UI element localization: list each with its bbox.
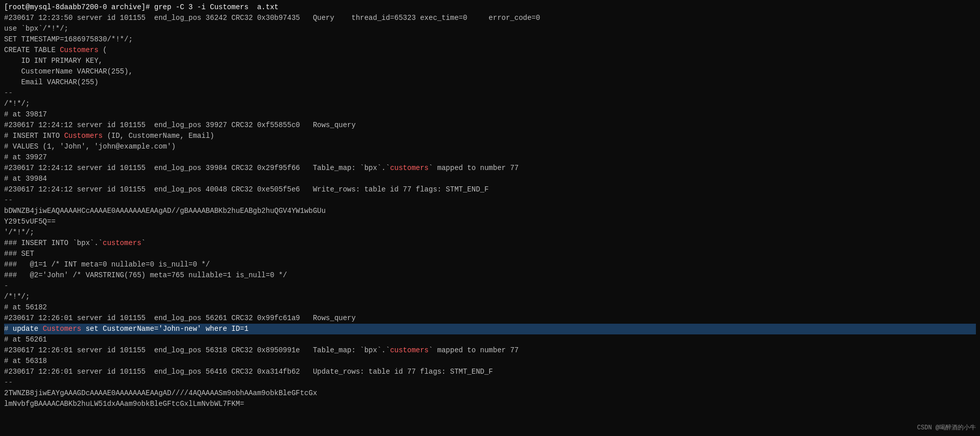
line-40: lmNvbfgBAAAACABKb2huLW51dxAAam9obkBleGFt… xyxy=(4,399,976,409)
line-16: # at 39984 xyxy=(4,174,976,184)
line-11: #230617 12:24:12 server id 101155 end_lo… xyxy=(4,120,976,131)
line-37: -- xyxy=(4,377,976,388)
line-8: -- xyxy=(4,88,976,99)
line-32-highlight: # update Customers set CustomerName='Joh… xyxy=(4,324,976,334)
line-17: #230617 12:24:12 server id 101155 end_lo… xyxy=(4,184,976,195)
line-36: #230617 12:26:01 server id 101155 end_lo… xyxy=(4,367,976,377)
line-35: # at 56318 xyxy=(4,356,976,367)
line-7: Email VARCHAR(255) xyxy=(4,77,976,88)
line-23: ### INSERT INTO `bpx`.`customers` xyxy=(4,238,976,249)
line-5: ID INT PRIMARY KEY, xyxy=(4,56,976,66)
line-12: # INSERT INTO Customers (ID, CustomerNam… xyxy=(4,131,976,141)
line-1: #230617 12:23:50 server id 101155 end_lo… xyxy=(4,13,976,23)
watermark: CSDN @喝醉酒的小牛 xyxy=(917,423,976,432)
line-18: -- xyxy=(4,195,976,206)
terminal-window: [root@mysql-8daabb7200-0 archive]# grep … xyxy=(0,0,980,436)
line-25: ### @1=1 /* INT meta=0 nullable=0 is_nul… xyxy=(4,259,976,270)
line-39: 2TWNZB8jiwEAYgAAAGDcAAAAE0AAAAAAAEAAgAD/… xyxy=(4,388,976,399)
line-6: CustomerName VARCHAR(255), xyxy=(4,66,976,77)
line-9: /*!*/; xyxy=(4,99,976,109)
line-13: # VALUES (1, 'John', 'john@example.com') xyxy=(4,141,976,152)
line-21: Y29t5vUF5Q== xyxy=(4,216,976,227)
line-34: #230617 12:26:01 server id 101155 end_lo… xyxy=(4,345,976,356)
line-20: bDWNZB4jiwEAQAAAAHCcAAAAE0AAAAAAAEAAgAD/… xyxy=(4,206,976,216)
line-15: #230617 12:24:12 server id 101155 end_lo… xyxy=(4,163,976,174)
command-prompt: [root@mysql-8daabb7200-0 archive]# grep … xyxy=(4,2,976,13)
line-31: #230617 12:26:01 server id 101155 end_lo… xyxy=(4,313,976,324)
line-24: ### SET xyxy=(4,249,976,259)
line-22: '/*!*/; xyxy=(4,227,976,238)
line-30: # at 56182 xyxy=(4,302,976,313)
line-14: # at 39927 xyxy=(4,152,976,163)
line-10: # at 39817 xyxy=(4,109,976,120)
line-2: use `bpx`/*!*/; xyxy=(4,23,976,34)
line-26: ### @2='John' /* VARSTRING(765) meta=765… xyxy=(4,270,976,281)
line-4: CREATE TABLE Customers ( xyxy=(4,45,976,56)
line-27: - xyxy=(4,281,976,292)
line-29: /*!*/; xyxy=(4,292,976,302)
line-33: # at 56261 xyxy=(4,334,976,345)
line-3: SET TIMESTAMP=1686975830/*!*/; xyxy=(4,34,976,45)
